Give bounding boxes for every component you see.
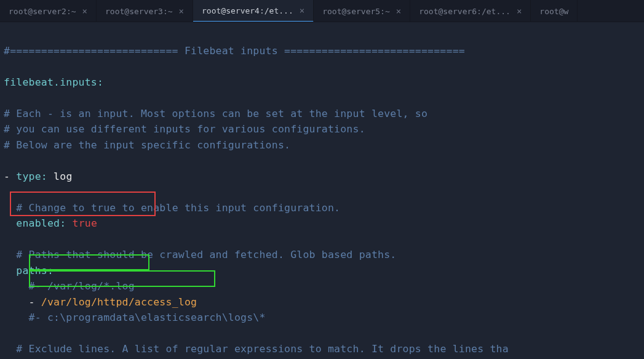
tab-label: root@w (539, 7, 568, 16)
highlight-box-green-2 (29, 270, 215, 287)
close-icon[interactable]: × (396, 6, 401, 16)
colon: : (41, 171, 47, 182)
tabs-bar: root@server2:~ × root@server3:~ × root@s… (0, 0, 644, 22)
close-icon[interactable]: × (179, 6, 184, 16)
colon: : (60, 217, 66, 229)
tab-label: root@server5:~ (322, 7, 390, 16)
tab-label: root@server6:/et... (419, 7, 511, 16)
tab-server6[interactable]: root@server6:/et... × (410, 0, 531, 22)
close-icon[interactable]: × (82, 6, 87, 16)
tab-server4[interactable]: root@server4:/et... × (193, 0, 314, 22)
code-comment: # Below are the input specific configura… (4, 139, 290, 151)
code-editor[interactable]: #=========================== Filebeat in… (0, 22, 644, 359)
yaml-key: type (16, 171, 41, 182)
code-comment: # you can use different inputs for vario… (4, 123, 365, 135)
code-comment: # Each - is an input. Most options can b… (4, 108, 427, 119)
close-icon[interactable]: × (517, 6, 522, 16)
close-icon[interactable]: × (300, 6, 304, 15)
code-comment: # Exclude lines. A list of regular expre… (16, 343, 509, 355)
tab-label: root@server4:/et... (202, 6, 293, 15)
dash: - (29, 296, 35, 308)
yaml-value: log (54, 171, 72, 182)
tab-label: root@server2:~ (9, 7, 76, 16)
yaml-value: /var/log/httpd/access_log (41, 296, 197, 308)
dash: - (4, 171, 10, 182)
tab-server2[interactable]: root@server2:~ × (0, 0, 97, 22)
code-comment: #- c:\programdata\elasticsearch\logs\* (29, 312, 266, 323)
yaml-key: enabled (16, 217, 60, 229)
colon: : (97, 76, 103, 88)
tab-last[interactable]: root@w (531, 0, 578, 22)
tab-server3[interactable]: root@server3:~ × (97, 0, 193, 22)
yaml-value: true (73, 217, 98, 229)
yaml-key: filebeat.inputs (4, 76, 97, 88)
tab-label: root@server3:~ (105, 7, 173, 16)
tab-server5[interactable]: root@server5:~ × (314, 0, 410, 22)
highlight-box-green-1 (29, 254, 149, 270)
code-line: #=========================== Filebeat in… (4, 45, 465, 57)
highlight-box-red (10, 192, 156, 216)
